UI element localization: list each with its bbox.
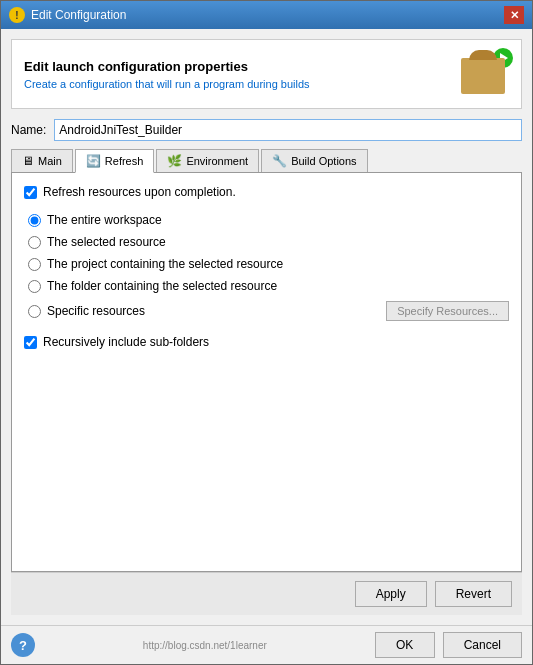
name-label: Name: (11, 123, 46, 137)
bottom-buttons: Apply Revert (11, 572, 522, 615)
radio-row-folder-containing: The folder containing the selected resou… (28, 279, 509, 293)
tab-main-label: Main (38, 155, 62, 167)
tab-environment-label: Environment (186, 155, 248, 167)
radio-selected-resource[interactable] (28, 236, 41, 249)
recursive-checkbox-row: Recursively include sub-folders (24, 335, 509, 349)
header-subtitle: Create a configuration that will run a p… (24, 78, 310, 90)
recursive-checkbox[interactable] (24, 336, 37, 349)
specific-left: Specific resources (28, 304, 145, 318)
cancel-button[interactable]: Cancel (443, 632, 522, 658)
toolbox-handle (469, 50, 497, 60)
tab-build-options[interactable]: 🔧 Build Options (261, 149, 367, 172)
titlebar-title: Edit Configuration (31, 8, 126, 22)
tab-refresh-label: Refresh (105, 155, 144, 167)
refresh-checkbox-row: Refresh resources upon completion. (24, 185, 509, 199)
specify-resources-button[interactable]: Specify Resources... (386, 301, 509, 321)
header-text: Edit launch configuration properties Cre… (24, 59, 310, 90)
radio-specific-resources-label: Specific resources (47, 304, 145, 318)
radio-row-entire-workspace: The entire workspace (28, 213, 509, 227)
name-row: Name: (11, 119, 522, 141)
warning-icon: ! (9, 7, 25, 23)
refresh-checkbox-label: Refresh resources upon completion. (43, 185, 236, 199)
radio-row-project-containing: The project containing the selected reso… (28, 257, 509, 271)
radio-selected-resource-label: The selected resource (47, 235, 166, 249)
header-section: Edit launch configuration properties Cre… (11, 39, 522, 109)
radio-folder-containing[interactable] (28, 280, 41, 293)
specific-row: Specific resources Specify Resources... (28, 301, 509, 321)
tabs: 🖥 Main 🔄 Refresh 🌿 Environment 🔧 Build O… (11, 149, 522, 173)
recursive-checkbox-label: Recursively include sub-folders (43, 335, 209, 349)
radio-entire-workspace[interactable] (28, 214, 41, 227)
tabs-and-content: 🖥 Main 🔄 Refresh 🌿 Environment 🔧 Build O… (11, 149, 522, 572)
footer-url: http://blog.csdn.net/1learner (143, 640, 267, 651)
tab-content-refresh: Refresh resources upon completion. The e… (11, 173, 522, 572)
revert-button[interactable]: Revert (435, 581, 512, 607)
radio-group: The entire workspace The selected resour… (28, 213, 509, 321)
radio-folder-containing-label: The folder containing the selected resou… (47, 279, 277, 293)
apply-button[interactable]: Apply (355, 581, 427, 607)
environment-tab-icon: 🌿 (167, 154, 182, 168)
refresh-tab-icon: 🔄 (86, 154, 101, 168)
footer: ? http://blog.csdn.net/1learner OK Cance… (1, 625, 532, 664)
radio-entire-workspace-label: The entire workspace (47, 213, 162, 227)
radio-row-selected-resource: The selected resource (28, 235, 509, 249)
header-title: Edit launch configuration properties (24, 59, 310, 74)
ok-button[interactable]: OK (375, 632, 435, 658)
refresh-checkbox[interactable] (24, 186, 37, 199)
build-options-tab-icon: 🔧 (272, 154, 287, 168)
main-tab-icon: 🖥 (22, 154, 34, 168)
radio-project-containing[interactable] (28, 258, 41, 271)
titlebar: ! Edit Configuration ✕ (1, 1, 532, 29)
footer-right: OK Cancel (375, 632, 522, 658)
tab-main[interactable]: 🖥 Main (11, 149, 73, 172)
radio-specific-resources[interactable] (28, 305, 41, 318)
edit-configuration-window: ! Edit Configuration ✕ Edit launch confi… (0, 0, 533, 665)
toolbox-icon (461, 58, 505, 94)
help-button[interactable]: ? (11, 633, 35, 657)
main-content: Edit launch configuration properties Cre… (1, 29, 532, 625)
close-button[interactable]: ✕ (504, 6, 524, 24)
tab-build-options-label: Build Options (291, 155, 356, 167)
name-input[interactable] (54, 119, 522, 141)
titlebar-left: ! Edit Configuration (9, 7, 126, 23)
tab-refresh[interactable]: 🔄 Refresh (75, 149, 155, 173)
radio-project-containing-label: The project containing the selected reso… (47, 257, 283, 271)
header-icon (461, 50, 509, 98)
tab-environment[interactable]: 🌿 Environment (156, 149, 259, 172)
help-icon: ? (19, 638, 27, 653)
